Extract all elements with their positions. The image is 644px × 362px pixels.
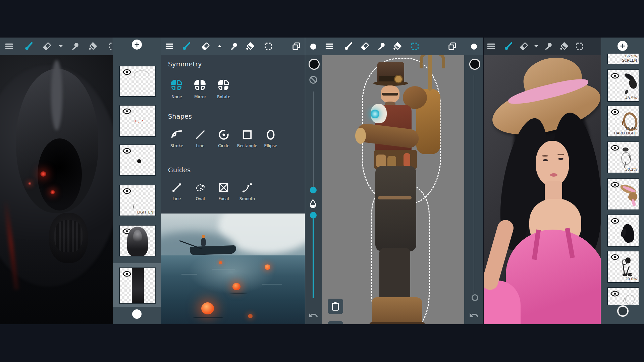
select-tool-icon-active[interactable] — [410, 42, 420, 51]
disable-icon[interactable] — [308, 75, 318, 85]
layer-thumbnail[interactable] — [119, 144, 156, 176]
guide-option-line[interactable]: Line — [165, 182, 189, 201]
shape-option-ellipse[interactable]: Ellipse — [259, 129, 282, 148]
shape-line-icon — [194, 129, 206, 141]
select-action-button[interactable] — [328, 321, 343, 324]
layer-thumbnail[interactable]: 65.9%SCREEN — [607, 54, 639, 64]
layer-visibility-icon[interactable] — [122, 69, 131, 75]
shape-option-line[interactable]: Line — [189, 129, 212, 148]
guide-option-smooth[interactable]: Smooth — [235, 182, 259, 201]
layer-visibility-icon[interactable] — [122, 108, 131, 114]
layer-visibility-icon[interactable] — [122, 148, 131, 154]
layer-visibility-icon[interactable] — [610, 145, 620, 151]
guide-option-oval[interactable]: Oval — [189, 182, 212, 201]
eraser-tool-icon[interactable] — [201, 42, 210, 51]
layer-visibility-icon[interactable] — [610, 73, 620, 79]
paste-clipboard-button[interactable] — [328, 299, 343, 314]
select-tool-icon[interactable] — [264, 42, 273, 51]
drawing-canvas[interactable] — [322, 55, 464, 324]
symmetry-option-rotate[interactable]: Rotate — [212, 80, 235, 99]
menu-icon[interactable] — [325, 42, 334, 51]
fill-tool-icon[interactable] — [88, 42, 98, 51]
section-title-shapes: Shapes — [168, 113, 192, 120]
layer-visibility-icon[interactable] — [122, 271, 131, 277]
slider-ring-thumb[interactable] — [472, 294, 478, 301]
color-indicator-button[interactable] — [309, 59, 320, 70]
layer-thumbnail[interactable] — [607, 287, 639, 305]
symmetry-none-icon — [171, 80, 183, 92]
shape-option-stroke[interactable]: Stroke — [165, 129, 189, 148]
chevron-down-icon[interactable] — [532, 42, 541, 51]
undo-icon[interactable] — [469, 310, 479, 320]
current-color-swatch[interactable] — [132, 309, 142, 319]
guide-option-focal[interactable]: Focal — [212, 182, 235, 201]
layer-thumbnail[interactable]: 43.5% — [607, 69, 639, 102]
fill-tool-icon[interactable] — [246, 42, 255, 51]
zoom-slider-track[interactable] — [474, 75, 474, 295]
smudge-tool-icon[interactable] — [544, 42, 553, 51]
layer-thumbnail[interactable]: 70.6%HARD LIGHT — [607, 106, 639, 137]
layer-thumbnail[interactable]: 50.2% — [607, 141, 639, 173]
shape-option-circle[interactable]: Circle — [212, 129, 235, 148]
color-dot-left[interactable] — [310, 44, 316, 50]
layer-thumbnail[interactable]: 20.0% — [607, 251, 639, 283]
eraser-tool-icon[interactable] — [519, 42, 529, 51]
layer-thumbnail[interactable] — [607, 215, 639, 247]
undo-icon[interactable] — [308, 310, 318, 320]
brush-tool-icon[interactable] — [344, 42, 353, 51]
layer-thumbnail[interactable] — [119, 225, 156, 256]
layer-visibility-icon[interactable] — [610, 291, 620, 297]
layer-thumbnail[interactable] — [607, 178, 639, 210]
layer-visibility-icon[interactable] — [610, 254, 620, 260]
layer-thumbnail[interactable] — [119, 66, 156, 97]
layer-thumbnail-selected[interactable] — [119, 267, 156, 304]
layer-visibility-icon[interactable] — [610, 182, 620, 188]
add-layer-button[interactable] — [132, 40, 142, 50]
color-indicator-button[interactable] — [469, 59, 480, 70]
shape-circle-icon — [218, 129, 230, 141]
layer-opacity-label: 65.9%SCREEN — [622, 54, 637, 63]
guide-oval-icon — [194, 182, 206, 194]
symmetry-rotate-icon — [218, 80, 230, 92]
layer-visibility-icon[interactable] — [610, 218, 620, 224]
layer-thumbnail[interactable]: LIGHTEN — [119, 185, 156, 216]
brush-tool-icon[interactable] — [504, 42, 513, 51]
alpha-lock-icon[interactable] — [123, 281, 131, 290]
eraser-tool-icon[interactable] — [360, 42, 370, 51]
smudge-tool-icon[interactable] — [229, 42, 238, 51]
smudge-tool-icon[interactable] — [377, 42, 386, 51]
symmetry-option-none[interactable]: None — [165, 80, 189, 99]
shape-option-rectangle[interactable]: Rectangle — [235, 129, 259, 148]
size-slider-thumb[interactable] — [310, 187, 317, 193]
brush-tool-icon[interactable] — [182, 42, 191, 51]
panel-alien-canvas — [0, 38, 113, 324]
opacity-slider-track[interactable] — [313, 219, 314, 298]
layer-thumbnail[interactable] — [119, 105, 156, 137]
add-layer-button[interactable] — [618, 41, 628, 51]
smudge-tool-icon[interactable] — [70, 42, 80, 51]
select-tool-icon[interactable] — [108, 42, 113, 51]
selected-layer-row[interactable] — [113, 263, 161, 307]
chevron-up-icon[interactable] — [215, 42, 224, 51]
symmetry-option-mirror[interactable]: Mirror — [189, 80, 212, 99]
layers-copy-icon[interactable] — [291, 42, 301, 51]
fill-tool-icon[interactable] — [393, 42, 402, 51]
section-title-symmetry: Symmetry — [168, 60, 202, 68]
menu-icon[interactable] — [165, 42, 174, 51]
chevron-down-icon[interactable] — [56, 42, 65, 51]
select-tool-icon[interactable] — [575, 42, 584, 51]
fill-tool-icon[interactable] — [559, 42, 569, 51]
brush-tool-icon[interactable] — [24, 42, 34, 51]
layer-visibility-icon[interactable] — [610, 109, 620, 115]
color-dot-right[interactable] — [471, 44, 477, 50]
eraser-tool-icon[interactable] — [42, 42, 52, 51]
size-slider-track[interactable] — [313, 92, 314, 187]
current-color-swatch[interactable] — [617, 305, 629, 317]
symmetry-mirror-icon — [194, 80, 206, 92]
opacity-slider-thumb[interactable] — [310, 212, 317, 219]
menu-icon[interactable] — [4, 42, 14, 51]
layer-visibility-icon[interactable] — [122, 188, 131, 194]
layer-opacity-label: 43.5% — [625, 96, 637, 100]
menu-icon[interactable] — [486, 42, 496, 51]
layers-copy-icon[interactable] — [447, 42, 457, 51]
